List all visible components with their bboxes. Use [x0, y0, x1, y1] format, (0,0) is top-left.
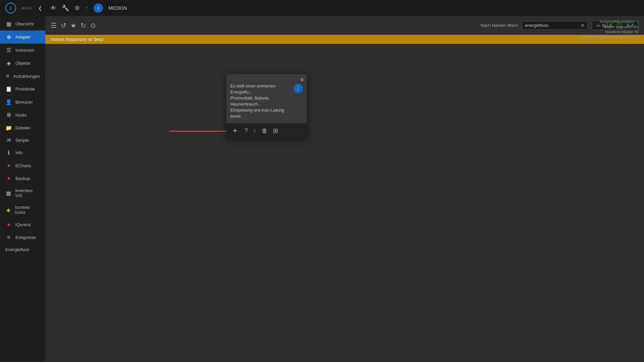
sidebar-label-inventwo-vis: inventwo VIS [15, 188, 40, 198]
hosts-icon: 🖥 [5, 112, 12, 118]
sidebar-item-echarts[interactable]: ● ECharts [0, 159, 45, 172]
main-content: ✕ Es stellt einen animierten Energieflu.… [45, 44, 644, 362]
version-label: v0.0.4 [21, 6, 32, 10]
ubersicht-icon: ▦ [5, 21, 12, 27]
sidebar-item-icontwo-icons[interactable]: ◆ icontwo Icons [0, 201, 45, 218]
settings-icon[interactable]: ⚙ [74, 4, 80, 12]
sidebar-label-benutzer: Benutzer [15, 100, 33, 105]
upload-icon[interactable]: ↑ [85, 5, 88, 12]
search-input[interactable] [525, 23, 579, 28]
sidebar-label-echarts: ECharts [15, 163, 31, 168]
eye-icon[interactable]: 👁 [50, 5, 56, 12]
sidebar-item-iqontrol[interactable]: ● iQontrol [0, 218, 45, 231]
sidebar-label-aufzahlungen: Aufzählungen [13, 74, 40, 79]
sidebar-label-backup: Backup [15, 176, 30, 181]
beta-banner: Aktives Repository ist 'beta' [45, 35, 644, 44]
popup-card: ✕ Es stellt einen animierten Energieflu.… [226, 74, 307, 138]
sidebar-item-energiefluss[interactable]: Energiefluss [0, 244, 45, 255]
sidebar-label-iqontrol: iQontrol [15, 222, 31, 227]
brand-name: MEDION [108, 5, 127, 11]
filter-input-wrap: ✕ [522, 21, 588, 30]
sidebar-label-dateien: Dateien [15, 125, 31, 130]
sidebar-label-protokolle: Protokolle [15, 86, 35, 92]
github-icon[interactable]: ⊙ [90, 21, 96, 29]
sidebar-item-inventwo-vis[interactable]: ▦ inventwo VIS [0, 185, 45, 201]
sidebar-item-instanzen[interactable]: ☰ Instanzen [0, 44, 45, 57]
sidebar-item-info[interactable]: ℹ Info [0, 146, 45, 159]
stats-bar: Ausgewählte Adapter: 1 Adapter insgesamt… [581, 19, 639, 40]
save-button[interactable]: ⊞ [272, 126, 279, 136]
popup-actions: + ? ↑ 🗑 ⊞ Instanz hinzufügen [226, 123, 307, 138]
adapter-icon: ⊕ [5, 34, 12, 40]
popup-close-button[interactable]: ✕ [300, 77, 304, 83]
objekte-icon: ◈ [5, 60, 12, 66]
sidebar-label-ereignisse: Ereignisse [15, 235, 36, 240]
upload-button[interactable]: ↑ [252, 126, 258, 136]
star-icon[interactable]: ★ [70, 21, 76, 29]
sidebar-label-energiefluss: Energiefluss [5, 247, 30, 252]
instanzen-icon: ☰ [5, 47, 12, 53]
echarts-icon: ● [5, 163, 12, 169]
protokolle-icon: 📋 [5, 86, 12, 92]
sidebar-label-skripte: Skripte [15, 138, 29, 143]
sidebar-label-info: Info [15, 150, 23, 155]
list-icon[interactable]: ☰ [51, 21, 57, 29]
reload-icon[interactable]: ↻ [80, 21, 86, 29]
more-options-button[interactable]: ⋮ [293, 84, 303, 93]
sidebar-item-benutzer[interactable]: 👤 Benutzer [0, 96, 45, 109]
inventwo-vis-icon: ▦ [5, 190, 12, 196]
sidebar-label-hosts: Hosts [15, 113, 26, 118]
backup-icon: ● [5, 175, 12, 181]
dateien-icon: 📁 [5, 125, 12, 131]
sidebar-item-objekte[interactable]: ◈ Objekte [0, 57, 45, 70]
banner-text: Aktives Repository ist 'beta' [51, 37, 104, 42]
sidebar-item-backup[interactable]: ● Backup [0, 172, 45, 185]
popup-header: ✕ [226, 74, 307, 83]
sidebar-item-protokolle[interactable]: 📋 Protokolle [0, 82, 45, 96]
ereignisse-icon: ≡ [5, 234, 12, 240]
sidebar-item-ereignisse[interactable]: ≡ Ereignisse [0, 231, 45, 244]
sidebar-label-instanzen: Instanzen [15, 48, 34, 53]
sidebar: ▦ Übersicht ⊕ Adapter ☰ Instanzen ◈ Obje… [0, 16, 45, 362]
add-icon: + [233, 126, 237, 135]
refresh-icon[interactable]: ↺ [61, 21, 66, 29]
logo-text: i [10, 5, 11, 11]
toolbar: ☰ ↺ ★ ↻ ⊙ Nach Namen filtern ✕ ∞ ALLE A-… [45, 16, 644, 35]
more-icon: ⋮ [296, 85, 301, 92]
app-logo: i [5, 3, 16, 13]
sidebar-label-objekte: Objekte [15, 61, 31, 66]
topbar: i v0.0.4 ❮ 👁 🔧 ⚙ ↑ i MEDION [0, 0, 644, 16]
sidebar-item-ubersicht[interactable]: ▦ Übersicht [0, 17, 45, 31]
content-area: ☰ ↺ ★ ↻ ⊙ Nach Namen filtern ✕ ∞ ALLE A-… [45, 16, 644, 362]
sidebar-item-dateien[interactable]: 📁 Dateien [0, 121, 45, 134]
sidebar-item-adapter[interactable]: ⊕ Adapter [0, 31, 45, 44]
sidebar-label-icontwo-icons: icontwo Icons [15, 205, 40, 215]
help-button[interactable]: ? [243, 126, 249, 136]
stats-title: Ausgewählte Adapter: 1 [581, 19, 639, 24]
sidebar-item-skripte[interactable]: JS Skripte [0, 134, 45, 146]
sidebar-label-ubersicht: Übersicht [15, 21, 34, 26]
wrench-icon[interactable]: 🔧 [62, 4, 69, 12]
filter-label: Nach Namen filtern [481, 23, 518, 28]
info-icon: ℹ [5, 149, 12, 156]
popup-description: Es stellt einen animierten Energieflu...… [230, 83, 291, 119]
topbar-icons: 👁 🔧 ⚙ ↑ i MEDION [50, 3, 127, 13]
sidebar-item-aufzahlungen[interactable]: ≡ Aufzählungen [0, 70, 45, 82]
benutzer-icon: 👤 [5, 99, 12, 105]
stats-line2: Installierte Adapter: 68 [581, 29, 639, 35]
main-layout: ▦ Übersicht ⊕ Adapter ☰ Instanzen ◈ Obje… [0, 16, 644, 362]
aufzahlungen-icon: ≡ [5, 73, 10, 79]
brand-logo-icon: i [94, 3, 103, 13]
skripte-icon: JS [5, 138, 12, 142]
icontwo-icons-icon: ◆ [5, 207, 12, 213]
popup-body: Es stellt einen animierten Energieflu...… [226, 83, 307, 123]
iqontrol-icon: ● [5, 222, 12, 228]
delete-button[interactable]: 🗑 [260, 126, 269, 136]
sidebar-label-adapter: Adapter [15, 35, 31, 40]
add-instance-button[interactable]: + [230, 125, 240, 136]
stats-line3: Adapter im letzten Monat aktualisiert: 1 [581, 35, 639, 40]
collapse-button[interactable]: ❮ [38, 5, 42, 11]
sidebar-item-hosts[interactable]: 🖥 Hosts [0, 109, 45, 121]
stats-line1: Adapter insgesamt: 502 [581, 24, 639, 29]
